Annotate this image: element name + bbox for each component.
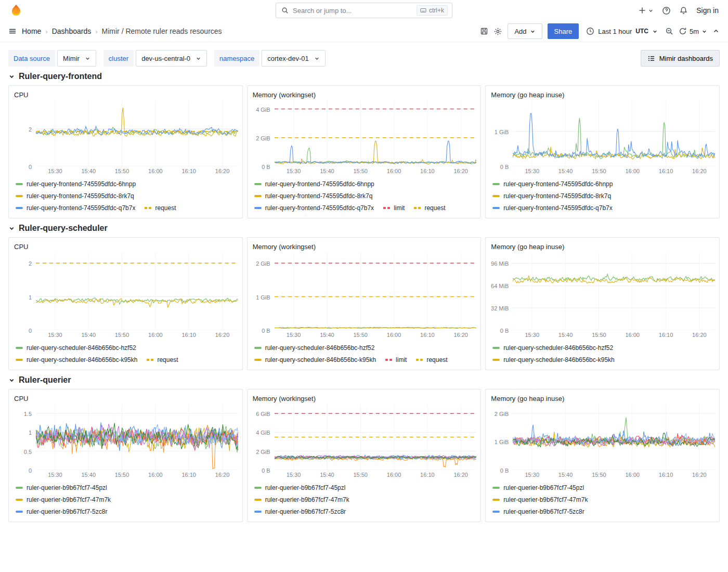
search-input[interactable]: Search or jump to... ctrl+k — [276, 3, 452, 18]
panel-header[interactable]: Memory (workingset) — [252, 89, 477, 100]
legend-row: ruler-query-frontend-745595dfdc-6hnpp — [254, 178, 477, 190]
add-button[interactable]: Add — [508, 23, 542, 39]
menu-toggle-button[interactable] — [8, 27, 17, 35]
variable-namespace-label[interactable]: namespace — [214, 50, 259, 67]
time-range-picker[interactable]: Last 1 hour UTC — [584, 27, 660, 35]
sign-in-button[interactable]: Sign in — [696, 6, 719, 15]
dashboard-settings-button[interactable] — [493, 27, 502, 36]
legend-item[interactable]: ruler-querier-b9b67fcf7-47m7k — [16, 496, 111, 503]
legend-item[interactable]: request — [416, 356, 447, 363]
legend-marker — [16, 487, 23, 489]
legend-item[interactable]: limit — [383, 204, 405, 212]
legend-item[interactable]: ruler-query-frontend-745595dfdc-q7b7x — [254, 204, 374, 212]
legend-item[interactable]: ruler-querier-b9b67fcf7-5zc8r — [16, 508, 107, 515]
collapse-toolbar-button[interactable] — [712, 28, 720, 35]
legend-item[interactable]: request — [147, 356, 178, 363]
breadcrumb-home[interactable]: Home — [22, 27, 41, 35]
time-series-chart[interactable] — [275, 100, 477, 166]
legend-item[interactable]: ruler-query-frontend-745595dfdc-8rk7q — [254, 192, 373, 200]
legend-item[interactable]: ruler-query-scheduler-846b656bc-k95kh — [492, 356, 614, 363]
time-series-chart[interactable] — [275, 252, 477, 330]
y-axis-label: 2 GiB — [256, 261, 270, 267]
panel-header[interactable]: CPU — [13, 393, 238, 404]
legend-label: ruler-query-scheduler-846b656bc-hzf52 — [503, 344, 613, 352]
legend-item[interactable]: ruler-query-scheduler-846b656bc-k95kh — [254, 356, 376, 363]
x-axis: 15:3015:4015:5016:0016:1016:20 — [36, 166, 238, 175]
time-series-chart[interactable] — [275, 404, 477, 470]
time-series-chart[interactable] — [513, 100, 715, 166]
panel-header[interactable]: Memory (go heap inuse) — [490, 393, 715, 404]
time-series-chart[interactable] — [36, 404, 238, 470]
legend-row: ruler-querier-b9b67fcf7-45pzl — [254, 482, 477, 493]
legend-item[interactable]: ruler-query-scheduler-846b656bc-hzf52 — [16, 344, 136, 352]
zoom-out-time-button[interactable] — [665, 27, 673, 35]
new-button[interactable] — [638, 6, 654, 15]
panel-header[interactable]: Memory (go heap inuse) — [490, 241, 715, 252]
variable-namespace-value[interactable]: cortex-dev-01 — [262, 50, 325, 67]
legend-item[interactable]: ruler-query-scheduler-846b656bc-k95kh — [16, 356, 137, 363]
legend-item[interactable]: ruler-query-frontend-745595dfdc-8rk7q — [16, 192, 134, 200]
panel-ruler-querier-memory-go-heap-inuse: Memory (go heap inuse)0 B1 GiB2 GiB15:30… — [485, 389, 720, 522]
share-button[interactable]: Share — [548, 23, 579, 39]
legend-item[interactable]: ruler-querier-b9b67fcf7-5zc8r — [254, 508, 346, 515]
panel-title: Memory (workingset) — [253, 91, 316, 99]
panel-header[interactable]: CPU — [13, 241, 238, 252]
legend-marker — [254, 195, 262, 197]
variable-datasource-label[interactable]: Data source — [8, 50, 55, 67]
mimir-dashboards-button[interactable]: Mimir dashboards — [641, 50, 720, 67]
x-axis-label: 15:50 — [115, 332, 129, 338]
legend-item[interactable]: ruler-querier-b9b67fcf7-45pzl — [254, 484, 346, 491]
grafana-logo[interactable] — [9, 4, 23, 17]
legend-label: ruler-query-frontend-745595dfdc-8rk7q — [265, 192, 373, 200]
x-axis: 15:3015:4015:5016:0016:1016:20 — [36, 470, 238, 479]
section-header-ruler-query-scheduler[interactable]: Ruler-query-scheduler — [8, 224, 720, 233]
legend-item[interactable]: ruler-query-scheduler-846b656bc-hzf52 — [254, 344, 375, 352]
y-axis-label: 6 GiB — [256, 411, 270, 417]
legend-item[interactable]: ruler-query-scheduler-846b656bc-hzf52 — [492, 344, 613, 352]
legend-item[interactable]: request — [414, 204, 445, 212]
chevron-down-icon — [8, 73, 15, 80]
variable-cluster-value[interactable]: dev-us-central-0 — [136, 50, 207, 67]
time-series-chart[interactable] — [36, 100, 238, 166]
breadcrumb-dashboards[interactable]: Dashboards — [52, 27, 92, 35]
legend-item[interactable]: ruler-query-frontend-745595dfdc-q7b7x — [492, 204, 612, 212]
legend-item[interactable]: ruler-querier-b9b67fcf7-45pzl — [492, 484, 584, 491]
time-series-chart[interactable] — [513, 404, 715, 470]
time-series-chart[interactable] — [36, 252, 238, 330]
legend-item[interactable]: ruler-query-frontend-745595dfdc-8rk7q — [492, 192, 611, 200]
y-axis-label: 0 B — [500, 467, 509, 474]
variable-datasource-value[interactable]: Mimir — [57, 50, 96, 67]
legend-label: request — [424, 204, 445, 212]
section-header-ruler-querier[interactable]: Ruler-querier — [8, 375, 720, 385]
panel-header[interactable]: Memory (workingset) — [252, 393, 477, 404]
refresh-interval-label: 5m — [690, 28, 699, 35]
panel-title: Memory (go heap inuse) — [491, 243, 564, 251]
legend-item[interactable]: ruler-query-frontend-745595dfdc-6hnpp — [492, 180, 613, 188]
legend-item[interactable]: ruler-query-frontend-745595dfdc-q7b7x — [16, 204, 135, 212]
legend-item[interactable]: ruler-querier-b9b67fcf7-5zc8r — [492, 508, 584, 515]
news-button[interactable] — [679, 6, 688, 15]
panel-header[interactable]: Memory (workingset) — [252, 241, 477, 252]
legend-item[interactable]: ruler-query-frontend-745595dfdc-6hnpp — [16, 180, 136, 188]
variable-cluster-label[interactable]: cluster — [103, 50, 134, 67]
x-axis-label: 15:30 — [525, 168, 539, 174]
save-dashboard-button[interactable] — [480, 27, 488, 35]
legend-item[interactable]: limit — [385, 356, 407, 363]
legend-item[interactable]: ruler-querier-b9b67fcf7-45pzl — [16, 484, 107, 491]
legend-item[interactable]: ruler-querier-b9b67fcf7-47m7k — [254, 496, 349, 503]
section-header-ruler-query-frontend[interactable]: Ruler-query-frontend — [8, 72, 720, 81]
legend-item[interactable]: request — [145, 204, 176, 212]
help-button[interactable] — [662, 6, 671, 15]
legend-marker — [385, 359, 392, 361]
time-series-chart[interactable] — [513, 252, 715, 330]
panel-header[interactable]: CPU — [13, 89, 238, 100]
x-axis-label: 15:50 — [592, 472, 606, 478]
legend-item[interactable]: ruler-querier-b9b67fcf7-47m7k — [492, 496, 588, 503]
legend-label: ruler-query-scheduler-846b656bc-k95kh — [503, 356, 614, 363]
legend-item[interactable]: ruler-query-frontend-745595dfdc-6hnpp — [254, 180, 374, 188]
x-axis-label: 16:20 — [215, 472, 230, 478]
y-axis-label: 0 B — [262, 467, 270, 474]
x-axis-label: 16:20 — [692, 332, 707, 338]
panel-header[interactable]: Memory (go heap inuse) — [490, 89, 715, 100]
refresh-picker[interactable]: 5m — [679, 27, 707, 35]
